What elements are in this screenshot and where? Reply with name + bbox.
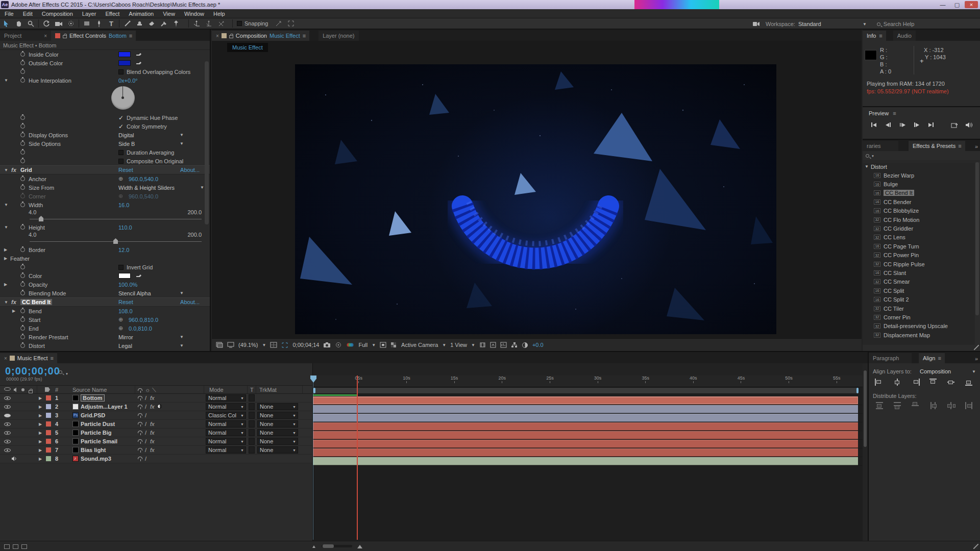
effect-row-border[interactable]: ▶ Border 12.0 (0, 245, 210, 254)
effects-switch-icon[interactable]: / (145, 456, 146, 462)
composition-breadcrumb[interactable]: Music Effect (227, 43, 268, 52)
bend-value[interactable]: 108.0 (118, 308, 133, 314)
quality-switch-icon[interactable] (138, 405, 142, 407)
primary-viewer-icon[interactable] (227, 342, 234, 348)
cc-bend-it-about-link[interactable]: About... (180, 299, 200, 305)
effect-row-color[interactable]: Color (0, 271, 210, 280)
width-value[interactable]: 16.0 (118, 202, 129, 208)
view-layout-dropdown[interactable]: 1 View (450, 342, 467, 348)
effect-row-display-options[interactable]: Display Options Digital ▼ (0, 131, 210, 139)
workspace-caret-icon[interactable]: ▼ (863, 22, 867, 27)
quality-switch-icon[interactable] (138, 439, 142, 442)
display-options-dropdown[interactable]: Digital (118, 132, 134, 138)
fx-switch-icon[interactable]: fx (150, 421, 155, 427)
shy-layers-icon[interactable] (13, 544, 18, 549)
caret-down-icon[interactable]: ▼ (180, 343, 184, 348)
mode-dropdown[interactable]: Normal (206, 438, 246, 445)
caret-down-icon[interactable]: ▼ (471, 343, 475, 347)
twirl-down-icon[interactable]: ▼ (4, 225, 9, 230)
distribute-vertical-center-button[interactable] (893, 402, 902, 409)
twirl-down-icon[interactable]: ▼ (865, 164, 869, 169)
menu-item[interactable]: Window (180, 11, 209, 17)
effect-row-blend-overlapping[interactable]: Blend Overlapping Colors (0, 67, 210, 76)
layer-row[interactable]: ▶ 6 Particle Smail / fx Normal None (0, 437, 312, 446)
menu-item[interactable]: Layer (78, 11, 101, 17)
quality-switch-icon[interactable] (138, 457, 142, 459)
menu-item[interactable]: Animation (124, 11, 158, 17)
distribute-top-button[interactable] (875, 402, 884, 409)
preset-item[interactable]: 16 CC Bender (863, 197, 975, 206)
expand-layers-icon[interactable] (4, 544, 10, 549)
caret-down-icon[interactable]: ▼ (372, 343, 376, 347)
tab-effect-controls[interactable]: Effect Controls Bottom ≡ (51, 31, 136, 41)
resolution-dropdown[interactable]: Full (358, 342, 368, 348)
panel-menu-icon[interactable]: ≡ (938, 355, 940, 361)
flowchart-icon[interactable] (511, 342, 518, 348)
quality-switch-icon[interactable] (138, 431, 142, 433)
preserve-transparency-checkbox[interactable] (249, 403, 255, 410)
adjustment-switch-icon[interactable] (157, 404, 162, 409)
title-bar[interactable]: Ae Adobe After Effects CC 2015 - C:\User… (0, 0, 980, 9)
layer-row[interactable]: ▶ 3 Grid.PSD / fx Classic Col None (0, 411, 312, 420)
hue-rotation-dial[interactable] (111, 86, 135, 110)
stopwatch-icon[interactable] (20, 265, 25, 269)
layer-name[interactable]: Adjustm...Layer 1 (81, 404, 128, 410)
layer-twirl-icon[interactable]: ▶ (39, 405, 42, 409)
caret-down-icon[interactable]: ▼ (972, 369, 976, 374)
video-column-eye-icon[interactable] (4, 387, 11, 391)
preset-item[interactable]: 16 Bezier Warp (863, 171, 975, 180)
align-to-dropdown[interactable]: Composition (920, 368, 951, 374)
shape-tool-icon[interactable] (81, 19, 93, 28)
menu-item[interactable]: File (0, 11, 18, 17)
stopwatch-icon[interactable] (20, 124, 25, 129)
slider-handle[interactable] (113, 238, 118, 244)
lock-icon[interactable] (63, 35, 67, 38)
effect-row-start[interactable]: Start ⊕ 960.0,810.0 (0, 315, 210, 324)
distribute-horizontal-center-button[interactable] (946, 402, 955, 409)
stopwatch-icon[interactable] (20, 115, 25, 120)
label-color-chip[interactable] (46, 430, 51, 435)
local-axis-mode-icon[interactable] (190, 19, 203, 28)
effects-search-bar[interactable]: ▼ (863, 151, 980, 161)
caret-down-icon[interactable]: ▼ (180, 133, 184, 137)
tab-timeline-music-effect[interactable]: × Music Effect ≡ (0, 353, 57, 363)
layer-twirl-icon[interactable]: ▶ (39, 457, 42, 461)
layer-name[interactable]: Particle Big (81, 430, 112, 436)
hand-tool-icon[interactable] (12, 19, 24, 28)
anchor-value[interactable]: 960.0,540.0 (129, 176, 158, 182)
stopwatch-icon[interactable] (20, 78, 25, 83)
twirl-right-icon[interactable]: ▶ (4, 247, 9, 252)
border-value[interactable]: 12.0 (118, 247, 129, 253)
camera-tool-icon[interactable] (53, 19, 65, 28)
panel-expander-icon[interactable]: » (975, 143, 978, 149)
fx-switch-icon[interactable]: fx (150, 430, 155, 436)
mute-audio-button[interactable] (963, 120, 975, 129)
preset-item[interactable]: 32 Displacement Map (863, 331, 975, 339)
effects-list-scrollbar[interactable] (975, 162, 979, 315)
align-horizontal-center-button[interactable] (893, 379, 902, 386)
visibility-eye-icon[interactable] (4, 440, 11, 443)
checkmark-icon[interactable]: ✓ (118, 114, 124, 121)
camera-view-dropdown[interactable]: Active Camera (401, 342, 438, 348)
tab-libraries-partial[interactable]: raries (863, 141, 898, 151)
trkmat-dropdown[interactable]: None (257, 446, 298, 454)
layer-duration-bar[interactable] (313, 440, 858, 448)
quality-switch-icon[interactable] (138, 448, 142, 450)
layer-name[interactable]: Grid.PSD (81, 412, 105, 418)
layer-duration-bar[interactable] (313, 405, 858, 413)
trkmat-dropdown[interactable]: None (257, 429, 298, 436)
composite-checkbox[interactable] (118, 159, 124, 164)
effects-switch-icon[interactable]: / (145, 421, 146, 427)
zoom-tool-icon[interactable] (24, 19, 37, 28)
playback-position-line[interactable] (357, 375, 358, 540)
layer-row[interactable]: ▶ 2 Adjustm...Layer 1 / fx Normal None (0, 403, 312, 411)
label-color-chip[interactable] (46, 421, 51, 427)
point-target-icon[interactable]: ⊕ (118, 325, 123, 332)
layer-name[interactable]: Bias light (81, 447, 106, 453)
trkmat-dropdown[interactable]: None (257, 420, 298, 428)
preset-item[interactable]: 32 Detail-preserving Upscale (863, 322, 975, 331)
stopwatch-icon[interactable] (20, 335, 25, 339)
layer-duration-bar[interactable] (313, 414, 858, 422)
eraser-tool-icon[interactable] (145, 19, 158, 28)
effect-row-opacity[interactable]: ▶ Opacity 100.0% (0, 280, 210, 289)
